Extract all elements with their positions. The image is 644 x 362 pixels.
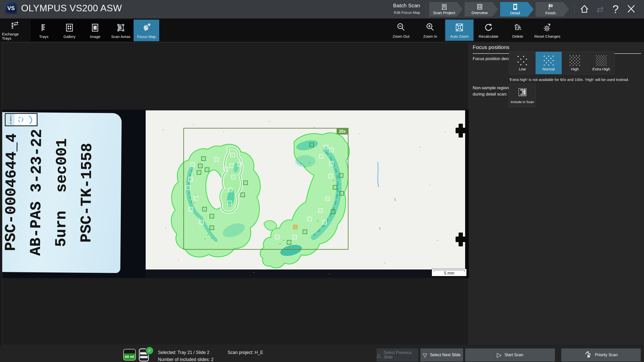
density-option-low[interactable]: Low: [509, 52, 536, 74]
help-button[interactable]: ?: [608, 0, 623, 18]
reset-changes-icon: [542, 22, 552, 33]
slide-viewer-canvas[interactable]: PSC-0004644_4 AB-PAS 3-23-22 5urn sec001…: [2, 42, 469, 345]
density-note: 'Extra high' is not available for 60x an…: [509, 77, 640, 82]
window-buttons: ⇄ ?: [577, 0, 639, 18]
gallery-button[interactable]: Gallery: [57, 20, 82, 41]
app-title: OLYMPUS VS200 ASW: [21, 3, 122, 14]
zoom-out-button[interactable]: Zoom Out: [387, 20, 415, 41]
scale-bar-label: 5 mm: [432, 271, 466, 276]
slide-minimap: PSC-0004644_4 AB-PAS 3-23-22 5urn sec001…: [5, 113, 37, 126]
toolbar: Exchange Trays Trays Gallery: [0, 19, 644, 41]
mode-subtitle: Edit Focus Map: [370, 10, 420, 15]
magnification-tag: 20x: [337, 128, 348, 134]
home-icon: [579, 4, 589, 15]
step-scan-project[interactable]: Scan Project: [429, 2, 463, 17]
overview-icon: [476, 4, 487, 10]
close-icon: [627, 4, 636, 15]
divider: [426, 3, 426, 15]
toolbar-label: Recalculate: [479, 34, 498, 38]
priority-scan-button[interactable]: Priority Scan: [561, 348, 641, 361]
close-button[interactable]: [623, 0, 639, 18]
selected-slide-text: Selected: Tray 21 / Slide 2: [158, 350, 209, 355]
density-option-label: Low: [519, 67, 526, 71]
focus-positions-panel: Focus positions Focus position density: …: [469, 42, 644, 345]
toolbar-label: Reset Changes: [534, 34, 560, 38]
exchange-trays-button[interactable]: Exchange Trays: [2, 20, 28, 41]
toolbar-label: Gallery: [63, 34, 75, 39]
toolbar-label: Auto Zoom: [450, 34, 468, 38]
image-button[interactable]: Image: [82, 20, 108, 41]
home-button[interactable]: [577, 0, 592, 18]
divider: [574, 3, 574, 15]
toolbar-label: Zoom In: [423, 34, 437, 38]
auto-zoom-button[interactable]: Auto Zoom: [445, 20, 473, 41]
step-label: Detail: [510, 11, 524, 15]
step-overview[interactable]: Overview: [465, 2, 498, 17]
delete-button[interactable]: Delete: [504, 20, 532, 41]
titlebar: VS OLYMPUS VS200 ASW Batch Scan Edit Foc…: [0, 0, 644, 19]
step-label: Finish: [545, 11, 559, 15]
app-window: VS OLYMPUS VS200 ASW Batch Scan Edit Foc…: [0, 0, 644, 362]
density-low-icon: [517, 55, 528, 66]
minimap-label-strip: PSC-0004644_4 AB-PAS 3-23-22 5urn sec001…: [6, 114, 15, 125]
density-option-high[interactable]: High: [562, 52, 588, 74]
delete-icon: [513, 22, 523, 33]
density-option-normal[interactable]: Normal: [536, 52, 562, 74]
select-next-slide-button[interactable]: ▽ Select Next Slide: [420, 348, 463, 361]
mode-title: Batch Scan: [370, 3, 420, 9]
exchange-trays-icon: [10, 20, 20, 30]
statusbar: 60 ml ✓ Selected: Tray 21 / Slide 2 Scan…: [0, 345, 644, 362]
zoom-in-icon: [425, 22, 435, 33]
triangle-up-icon: △: [377, 352, 381, 358]
reset-changes-button[interactable]: Reset Changes: [533, 20, 562, 41]
zoom-in-button[interactable]: Zoom In: [416, 20, 444, 41]
scan-areas-button[interactable]: Scan Areas: [108, 20, 134, 41]
toolbar-label: Focus Map: [137, 34, 156, 39]
triangle-right-icon: ▷: [497, 352, 501, 358]
trays-button[interactable]: Trays: [31, 20, 57, 41]
scan-project-icon: [441, 4, 451, 10]
scan-areas-icon: [116, 22, 126, 33]
zoom-out-icon: [396, 22, 406, 33]
step-finish[interactable]: Finish: [536, 2, 569, 17]
transfer-button[interactable]: ⇄: [592, 0, 608, 18]
scan-project-text: Scan project: H_E: [228, 350, 263, 355]
start-scan-button[interactable]: ▷ Start Scan: [465, 348, 555, 361]
trays-icon: [39, 22, 49, 33]
step-label: Scan Project: [433, 11, 459, 15]
slide-label-line: 5urn sec001: [48, 113, 75, 273]
slide-label-line: PSC-0004644_4: [2, 112, 25, 272]
include-in-scan-button[interactable]: Include in Scan: [509, 84, 536, 107]
auto-zoom-icon: [454, 22, 464, 33]
include-in-scan-icon: [517, 87, 528, 99]
button-label: Start Scan: [504, 353, 523, 357]
workflow-steps: Scan Project Overview Detail: [429, 2, 571, 17]
toolbar-label: Zoom Out: [393, 34, 410, 38]
help-icon: ?: [613, 3, 619, 16]
toolbar-label: Delete: [512, 34, 523, 38]
density-normal-icon: [543, 55, 554, 66]
nonsample-label: Non-sample regions: [473, 85, 511, 90]
density-high-icon: [569, 55, 580, 66]
slide-label-line: PSC-TK-1558: [73, 113, 100, 273]
select-previous-slide-button[interactable]: △ Select Previous Slide: [377, 348, 418, 361]
vs-logo-icon: VS: [5, 2, 17, 14]
density-option-label: Normal: [543, 67, 555, 71]
toolbar-label: Trays: [39, 34, 49, 39]
image-icon: [90, 22, 100, 33]
mode-block: Batch Scan Edit Focus Map: [370, 3, 420, 15]
density-option-extra-high[interactable]: Extra High: [588, 52, 615, 74]
focus-map-icon: [141, 22, 151, 33]
focus-map-button[interactable]: Focus Map: [134, 20, 159, 41]
finish-flag-icon: [547, 3, 558, 10]
check-icon: ✓: [145, 346, 154, 355]
recalculate-button[interactable]: Recalculate: [474, 20, 503, 41]
gallery-icon: [65, 22, 74, 33]
button-label: Select Previous Slide: [384, 350, 418, 359]
slide-label-sticker: PSC-0004644_4 AB-PAS 3-23-22 5urn sec001…: [2, 112, 122, 273]
transfer-arrows-icon: ⇄: [596, 4, 604, 14]
step-detail[interactable]: Detail: [500, 2, 534, 17]
detail-icon: [512, 3, 522, 10]
slide-label-line: AB-PAS 3-23-22: [23, 112, 50, 273]
slide-image: PSC-0004644_4 AB-PAS 3-23-22 5urn sec001…: [2, 110, 469, 278]
